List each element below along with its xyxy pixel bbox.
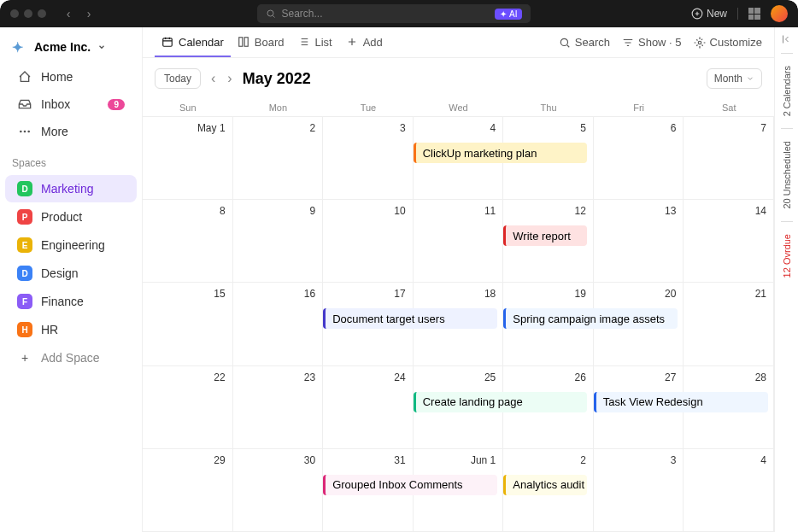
- nav-forward[interactable]: ›: [80, 7, 97, 20]
- calendar-cell[interactable]: 13: [594, 200, 684, 282]
- ai-badge[interactable]: ✦ AI: [495, 9, 522, 20]
- calendar-event[interactable]: Write report: [503, 225, 587, 246]
- calendar-week: 22232425262728Create landing pageTask Vi…: [143, 366, 774, 449]
- calendar-cell[interactable]: 11: [414, 200, 504, 282]
- calendar-cell[interactable]: 23: [233, 366, 324, 448]
- svg-rect-5: [163, 38, 173, 46]
- user-avatar[interactable]: [771, 5, 788, 22]
- workspace-switcher[interactable]: Acme Inc.: [0, 31, 142, 63]
- filter-icon: [622, 37, 634, 49]
- calendar-cell[interactable]: 30: [233, 449, 324, 531]
- chevron-down-icon: [97, 43, 106, 51]
- list-icon: [297, 36, 309, 48]
- calendar-cell[interactable]: 21: [684, 283, 774, 365]
- home-icon: [17, 70, 32, 84]
- tab-add[interactable]: Add: [339, 29, 390, 57]
- tab-list[interactable]: List: [290, 29, 338, 57]
- calendar-event[interactable]: Grouped Inbox Comments: [323, 475, 497, 495]
- sidebar-space-engineering[interactable]: EEngineering: [5, 231, 137, 259]
- calendar-cell[interactable]: 7: [684, 117, 774, 199]
- search-icon: [559, 37, 571, 49]
- today-button[interactable]: Today: [155, 68, 201, 89]
- calendar-cell[interactable]: 4: [684, 449, 774, 531]
- calendar-cell[interactable]: 29: [143, 449, 233, 531]
- add-space[interactable]: + Add Space: [5, 345, 137, 371]
- sidebar-space-design[interactable]: DDesign: [5, 260, 137, 287]
- nav-back[interactable]: ‹: [60, 7, 77, 20]
- calendar-cell[interactable]: 24: [323, 366, 414, 448]
- prev-month[interactable]: ‹: [209, 71, 217, 86]
- tab-board[interactable]: Board: [231, 29, 291, 57]
- calendar-cell[interactable]: 9: [233, 200, 324, 282]
- tab-calendar[interactable]: Calendar: [155, 29, 231, 57]
- search-placeholder: Search...: [281, 8, 322, 20]
- space-icon: D: [17, 181, 32, 196]
- space-icon: P: [17, 209, 32, 225]
- rail-unscheduled[interactable]: 20 Unscheduled: [782, 137, 792, 213]
- calendar-event[interactable]: Spring campaign image assets: [503, 308, 678, 329]
- calendar-cell[interactable]: 14: [684, 200, 774, 282]
- calendar-cell[interactable]: 22: [143, 366, 233, 448]
- calendar-cell[interactable]: 6: [594, 117, 684, 199]
- calendar-cell[interactable]: May 1: [143, 117, 233, 199]
- toolbar-search[interactable]: Search: [559, 36, 610, 49]
- svg-point-9: [698, 41, 701, 44]
- svg-point-8: [560, 38, 567, 45]
- workspace-icon: [12, 39, 27, 55]
- toolbar-show[interactable]: Show · 5: [622, 36, 682, 49]
- calendar-cell[interactable]: 16: [233, 283, 324, 365]
- space-icon: D: [17, 266, 32, 281]
- calendar-event[interactable]: ClickUp marketing plan: [414, 143, 588, 163]
- svg-point-4: [21, 131, 21, 132]
- more-icon: [17, 125, 32, 138]
- inbox-icon: [17, 97, 32, 111]
- calendar-cell[interactable]: 10: [323, 200, 414, 282]
- add-icon: [346, 36, 358, 48]
- calendar-cell[interactable]: 3: [323, 117, 414, 199]
- space-icon: F: [17, 294, 32, 309]
- chevron-down-icon: [746, 74, 754, 83]
- space-icon: E: [17, 237, 32, 253]
- board-icon: [238, 36, 249, 48]
- calendar-cell[interactable]: 2: [233, 117, 324, 199]
- calendar-event[interactable]: Analytics audit: [503, 475, 587, 495]
- window-controls[interactable]: [10, 9, 46, 18]
- sidebar-space-marketing[interactable]: DMarketing: [5, 175, 137, 202]
- calendar-week: 891011121314Write report: [143, 200, 774, 283]
- day-header: Fri: [594, 99, 684, 116]
- inbox-badge: 9: [108, 99, 125, 110]
- spaces-heading: Spaces: [0, 145, 142, 174]
- calendar-week: 15161718192021Document target usersSprin…: [143, 283, 774, 365]
- sidebar: Acme Inc. Home Inbox 9 More Spaces DMark…: [0, 27, 143, 532]
- toolbar-customize[interactable]: Customize: [694, 36, 762, 49]
- search-icon: [266, 9, 276, 19]
- calendar-cell[interactable]: 15: [143, 283, 233, 365]
- calendar-week: 293031Jun 1234Grouped Inbox CommentsAnal…: [143, 449, 774, 532]
- global-search[interactable]: Search... ✦ AI: [257, 4, 531, 23]
- svg-point-0: [267, 10, 273, 16]
- svg-rect-6: [239, 38, 243, 47]
- sidebar-item-inbox[interactable]: Inbox 9: [5, 91, 137, 117]
- sidebar-space-product[interactable]: PProduct: [5, 203, 137, 231]
- calendar-cell[interactable]: 8: [143, 200, 233, 282]
- sidebar-space-hr[interactable]: HHR: [5, 316, 137, 343]
- calendar-cell[interactable]: 3: [594, 449, 684, 531]
- sidebar-item-more[interactable]: More: [5, 119, 137, 144]
- next-month[interactable]: ›: [226, 71, 233, 86]
- sidebar-space-finance[interactable]: FFinance: [5, 288, 137, 315]
- sidebar-item-home[interactable]: Home: [5, 64, 137, 90]
- plus-circle-icon: [691, 8, 703, 20]
- collapse-icon[interactable]: [782, 34, 792, 44]
- day-header: Sat: [684, 99, 774, 116]
- rail-overdue[interactable]: 12 Ovrdue: [782, 231, 792, 281]
- calendar-event[interactable]: Task View Redesign: [594, 392, 768, 412]
- new-button[interactable]: New: [691, 8, 727, 20]
- calendar-event[interactable]: Create landing page: [414, 392, 588, 412]
- apps-icon[interactable]: [748, 8, 760, 20]
- view-select[interactable]: Month: [707, 68, 762, 89]
- right-rail: 2 Calendars 20 Unscheduled 12 Ovrdue: [774, 27, 798, 532]
- calendar-event[interactable]: Document target users: [323, 308, 497, 329]
- calendar-icon: [161, 36, 173, 48]
- gear-icon: [694, 37, 706, 49]
- rail-calendars[interactable]: 2 Calendars: [782, 62, 792, 120]
